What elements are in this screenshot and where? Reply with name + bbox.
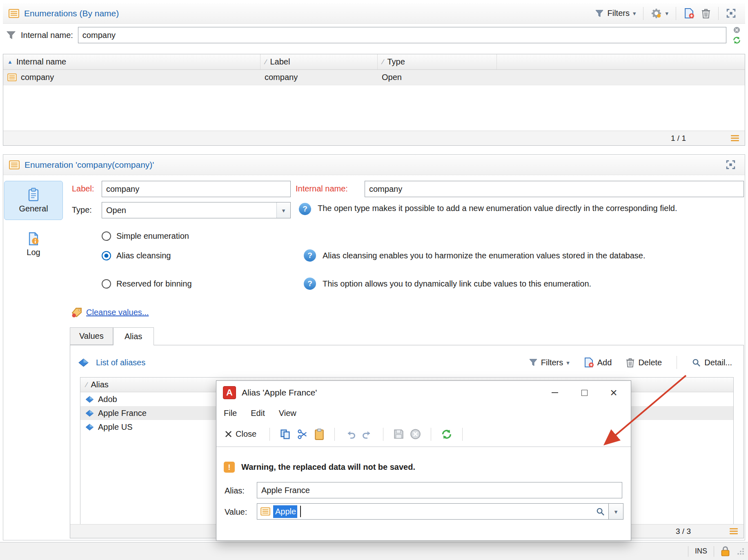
table-header-row: ▲ Internal name / Label / Type — [3, 54, 745, 70]
clipboard-icon — [27, 188, 40, 202]
table-row-company[interactable]: company company Open — [3, 70, 745, 85]
internal-name-caption: Internal name: — [296, 184, 348, 193]
cleanse-values-link[interactable]: Cleanse values... — [86, 308, 149, 317]
minimize-icon — [552, 392, 558, 393]
application-icon: A — [223, 386, 236, 399]
value-field-label: Value: — [225, 507, 247, 517]
search-icon[interactable] — [596, 507, 605, 516]
delete-enumeration-button[interactable] — [698, 7, 714, 20]
resize-grip[interactable] — [737, 547, 745, 556]
filters-button[interactable]: Filters ▾ — [592, 7, 639, 20]
diamond-icon — [85, 396, 94, 403]
enumerations-panel: Enumerations (By name) Filters ▾ ▾ — [3, 3, 745, 146]
maximize-panel-button[interactable] — [722, 158, 739, 171]
chevron-down-icon: ▾ — [566, 360, 570, 366]
chevron-down-icon: ▾ — [633, 10, 636, 16]
label-input[interactable] — [102, 181, 291, 197]
column-label: Type — [387, 57, 405, 67]
paste-icon[interactable] — [314, 429, 325, 440]
close-button[interactable]: × — [599, 384, 628, 401]
sidebar-item-log[interactable]: Log — [4, 227, 63, 262]
filters-button-label: Filters — [607, 9, 629, 18]
close-icon: × — [610, 387, 617, 399]
alias-dialog: A Alias 'Apple France' × File Edit View … — [216, 380, 631, 541]
table-menu-icon[interactable] — [731, 134, 739, 142]
undo-icon[interactable] — [345, 429, 356, 440]
type-select[interactable]: Open ▾ — [102, 202, 291, 218]
column-header-empty — [497, 54, 745, 69]
menu-item-edit[interactable]: Edit — [251, 409, 265, 418]
radio-label: Simple enumeration — [116, 231, 189, 241]
column-header-label[interactable]: / Label — [260, 54, 378, 69]
radio-simple-enumeration[interactable]: Simple enumeration — [102, 231, 189, 241]
application-window: Enumerations (By name) Filters ▾ ▾ — [0, 0, 748, 560]
diamond-icon — [85, 424, 94, 431]
column-header-type[interactable]: / Type — [378, 54, 497, 69]
alias-row-count: 3 / 3 — [676, 527, 691, 536]
binning-help-text: This option allows you to dynamically li… — [323, 278, 591, 289]
copy-icon[interactable] — [280, 429, 291, 440]
sort-column-icon: / — [381, 58, 385, 66]
help-icon: ? — [299, 203, 311, 215]
maximize-button[interactable] — [570, 384, 599, 401]
redo-icon[interactable] — [362, 429, 373, 440]
alias-detail-button[interactable]: Detail... — [688, 356, 735, 369]
add-icon — [683, 8, 695, 19]
alias-input[interactable] — [257, 482, 622, 498]
warning-text: Warning, the replaced data will not be s… — [241, 462, 415, 472]
column-label: Alias — [91, 380, 108, 389]
alias-delete-label: Delete — [638, 358, 662, 367]
clear-filter-icon[interactable] — [733, 26, 741, 34]
save-icon-disabled[interactable] — [393, 429, 404, 440]
alias-row-label: Apple France — [98, 409, 147, 418]
menu-item-view[interactable]: View — [279, 409, 296, 418]
radio-alias-cleansing[interactable]: Alias cleansing — [102, 251, 171, 260]
cancel-icon-disabled[interactable] — [410, 429, 421, 440]
value-input[interactable]: Apple — [257, 503, 609, 520]
refresh-icon[interactable] — [441, 429, 452, 440]
filter-row: Internal name: — [3, 24, 745, 47]
dialog-menu-bar: File Edit View — [216, 404, 631, 422]
alias-field-label: Alias: — [225, 486, 245, 496]
value-dropdown-button[interactable]: ▾ — [609, 503, 623, 520]
tag-icon — [71, 307, 82, 318]
toolbar-close-label: Close — [236, 429, 256, 439]
dialog-toolbar: Close — [216, 422, 631, 447]
label-caption: Label: — [72, 184, 94, 193]
toolbar-close-button[interactable]: Close — [221, 428, 260, 440]
internal-name-filter-input[interactable] — [78, 27, 726, 43]
dialog-title: Alias 'Apple France' — [242, 388, 317, 398]
settings-button[interactable]: ▾ — [648, 6, 672, 20]
cut-icon[interactable] — [297, 429, 308, 440]
radio-reserved-for-binning[interactable]: Reserved for binning — [102, 279, 192, 289]
row-count: 1 / 1 — [671, 134, 686, 143]
alias-list-toolbar: List of aliases Filters ▾ Add — [70, 351, 744, 374]
tab-values[interactable]: Values — [70, 327, 113, 345]
add-enumeration-button[interactable] — [680, 6, 698, 20]
maximize-panel-button[interactable] — [723, 7, 739, 20]
table-empty-area — [3, 85, 745, 131]
alias-delete-button[interactable]: Delete — [622, 356, 665, 369]
filter-funnel-icon — [529, 358, 538, 367]
help-icon: ? — [304, 249, 316, 262]
chevron-down-icon: ▾ — [276, 202, 290, 218]
alias-cleansing-help-text: Alias cleansing enables you to harmonize… — [323, 250, 646, 261]
enumeration-icon — [7, 73, 17, 81]
alias-menu-icon[interactable] — [730, 527, 738, 536]
warning-message: ! Warning, the replaced data will not be… — [224, 462, 415, 473]
expand-icon — [726, 160, 736, 170]
insert-mode-indicator: INS — [695, 547, 707, 556]
alias-add-button[interactable]: Add — [580, 356, 615, 369]
dialog-title-bar[interactable]: A Alias 'Apple France' × — [216, 381, 631, 404]
refresh-icon[interactable] — [732, 36, 741, 44]
alias-filters-button[interactable]: Filters ▾ — [525, 356, 573, 369]
log-icon — [27, 232, 40, 245]
enumeration-icon — [9, 9, 19, 18]
tab-alias[interactable]: Alias — [113, 327, 154, 345]
internal-name-input[interactable] — [365, 181, 744, 197]
minimize-button[interactable] — [540, 384, 570, 401]
sidebar-item-general[interactable]: General — [4, 181, 63, 220]
sidebar-item-label: General — [19, 204, 48, 213]
column-header-internal-name[interactable]: ▲ Internal name — [3, 54, 260, 69]
menu-item-file[interactable]: File — [224, 409, 237, 418]
